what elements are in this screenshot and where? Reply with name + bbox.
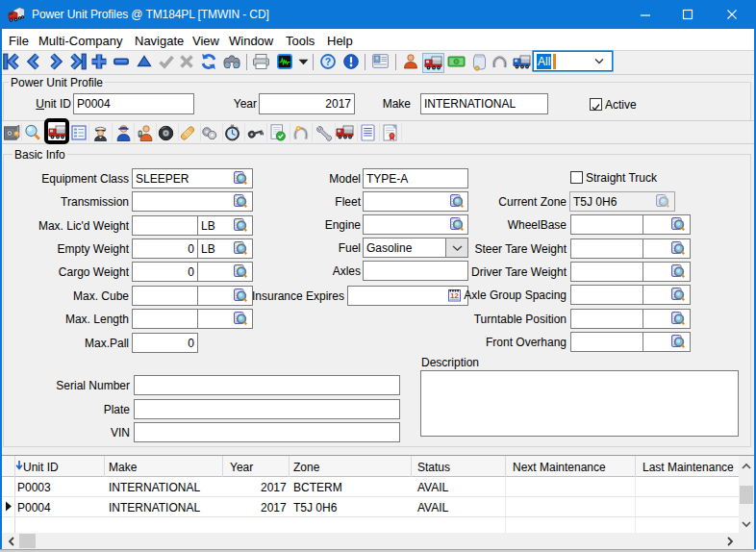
svg-text:?: ? (325, 56, 331, 67)
